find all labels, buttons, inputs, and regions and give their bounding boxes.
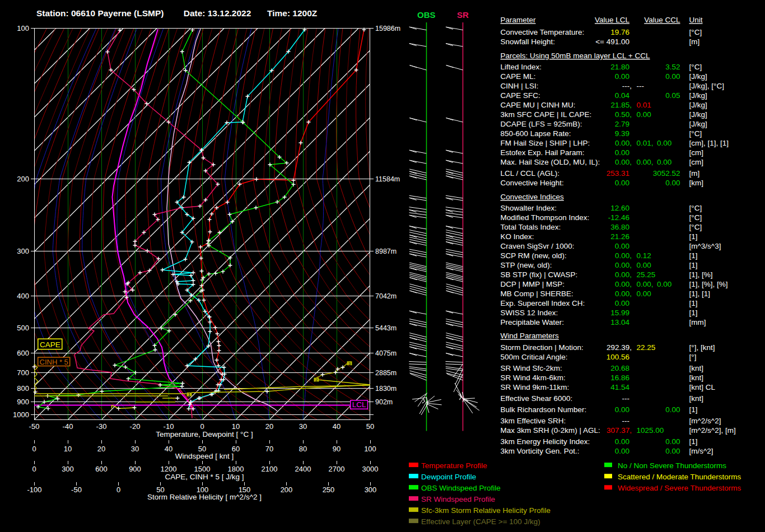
- svg-text:Precipitable Water:: Precipitable Water:: [501, 318, 565, 326]
- svg-text:Storm Relative Helicity [ m^2: Storm Relative Helicity [ m^2/s^2 ]: [147, 493, 262, 501]
- svg-text:11584m: 11584m: [375, 175, 400, 183]
- svg-text:600: 600: [17, 349, 29, 357]
- svg-text:-12.46: -12.46: [608, 213, 629, 222]
- svg-text:0.00: 0.00: [665, 72, 680, 81]
- svg-text:Dewpoint Profile: Dewpoint Profile: [421, 473, 476, 481]
- svg-text:Modified Thompson Index:: Modified Thompson Index:: [501, 213, 590, 222]
- svg-text:900: 900: [129, 465, 141, 473]
- svg-text:[1], [%]: [1], [%]: [689, 270, 713, 279]
- svg-text:MB Comp | SHERBE:: MB Comp | SHERBE:: [501, 290, 573, 298]
- svg-text:5443m: 5443m: [375, 324, 397, 332]
- svg-text:3km Energy Helicity Index:: 3km Energy Helicity Index:: [501, 437, 590, 446]
- svg-text:Widespread / Severe Thundersto: Widespread / Severe Thunderstorms: [618, 484, 741, 492]
- svg-text:300: 300: [17, 247, 29, 255]
- svg-text:2400: 2400: [295, 465, 311, 473]
- svg-text:0.00: 0.00: [615, 447, 629, 455]
- svg-text:Scattered / Moderate Thunderst: Scattered / Moderate Thunderstorms: [618, 473, 741, 481]
- svg-text:0.00: 0.00: [665, 179, 680, 187]
- svg-text:40: 40: [333, 422, 340, 431]
- svg-text:-40: -40: [63, 422, 73, 431]
- svg-text:[°C]: [°C]: [689, 223, 702, 231]
- svg-text:[mm]: [mm]: [689, 318, 706, 326]
- svg-text:0.00,: 0.00,: [615, 270, 632, 279]
- svg-text:1200: 1200: [161, 465, 177, 473]
- svg-text:CAPE, CINH * 5 [ J/kg ]: CAPE, CINH * 5 [ J/kg ]: [165, 473, 244, 481]
- svg-text:500: 500: [17, 324, 29, 332]
- svg-text:200: 200: [17, 175, 29, 183]
- svg-text:100.56: 100.56: [607, 353, 629, 361]
- svg-text:22.25: 22.25: [637, 343, 656, 352]
- svg-text:FM Hail Size | SHIP | LHP:: FM Hail Size | SHIP | LHP:: [501, 139, 590, 147]
- svg-text:0.00: 0.00: [657, 139, 671, 147]
- svg-text:[cm], [1], [1]: [cm], [1], [1]: [689, 139, 729, 147]
- svg-text:253.31: 253.31: [607, 169, 629, 178]
- svg-text:0.01,: 0.01,: [637, 139, 654, 147]
- svg-text:[cm]: [cm]: [689, 158, 704, 166]
- svg-text:36.80: 36.80: [610, 223, 629, 231]
- svg-text:KO Index:: KO Index:: [501, 232, 534, 241]
- svg-text:[km]: [km]: [689, 179, 704, 187]
- svg-text:Estofex Exp. Hail Param:: Estofex Exp. Hail Param:: [501, 148, 585, 157]
- svg-text:307.37,: 307.37,: [607, 426, 632, 435]
- svg-text:OBS Windspeed Profile: OBS Windspeed Profile: [421, 484, 501, 492]
- svg-text:2.79: 2.79: [615, 120, 629, 128]
- svg-text:[1]: [1]: [689, 309, 698, 317]
- svg-text:0.01: 0.01: [637, 101, 651, 109]
- svg-text:10: 10: [64, 445, 72, 453]
- svg-text:[J/kg]: [J/kg]: [689, 110, 707, 119]
- svg-text:Exp. Supercell Index CH:: Exp. Supercell Index CH:: [501, 299, 585, 307]
- svg-text:0.00: 0.00: [615, 179, 629, 187]
- svg-text:DCAPE (LFS = 925mB):: DCAPE (LFS = 925mB):: [501, 120, 582, 128]
- svg-text:902m: 902m: [375, 398, 393, 406]
- svg-text:0.00: 0.00: [615, 437, 629, 446]
- svg-text:2: 2: [315, 377, 318, 382]
- svg-text:CAPE: CAPE: [40, 340, 60, 349]
- svg-text:[°]: [°]: [689, 353, 697, 361]
- svg-text:0.04: 0.04: [615, 91, 630, 100]
- svg-text:0.00: 0.00: [637, 261, 651, 269]
- svg-text:Wind Parameters: Wind Parameters: [501, 332, 559, 340]
- svg-text:LCL / CCL (AGL):: LCL / CCL (AGL):: [501, 169, 560, 178]
- svg-text:3km Vorticity Gen. Pot.:: 3km Vorticity Gen. Pot.:: [501, 447, 580, 455]
- svg-text:SR Windspeed Profile: SR Windspeed Profile: [421, 495, 495, 503]
- svg-text:21.80: 21.80: [610, 63, 629, 71]
- svg-text:---: ---: [622, 394, 630, 403]
- svg-text:Convective Height:: Convective Height:: [501, 179, 564, 187]
- svg-text:500m Critical Angle:: 500m Critical Angle:: [501, 353, 568, 361]
- svg-text:41.54: 41.54: [610, 383, 629, 391]
- svg-text:90: 90: [333, 445, 340, 453]
- svg-text:80: 80: [299, 445, 307, 453]
- svg-text:0.00: 0.00: [637, 110, 651, 119]
- svg-text:25.25: 25.25: [637, 270, 656, 279]
- svg-text:Convective Temperature:: Convective Temperature:: [501, 28, 585, 36]
- svg-text:[m^3/s^3]: [m^3/s^3]: [689, 242, 721, 250]
- svg-text:0.05: 0.05: [665, 91, 680, 100]
- svg-text:50: 50: [366, 422, 374, 431]
- svg-text:[1]: [1]: [689, 405, 698, 414]
- svg-text:Lifted Index:: Lifted Index:: [501, 63, 542, 71]
- svg-text:Windspeed [ knt ]: Windspeed [ knt ]: [175, 452, 234, 460]
- svg-text:30: 30: [131, 445, 139, 453]
- svg-text:12.60: 12.60: [610, 204, 629, 212]
- svg-text:Temperature, Dewpoint [ °C ]: Temperature, Dewpoint [ °C ]: [156, 430, 253, 438]
- svg-text:100: 100: [364, 445, 376, 453]
- svg-text:Temperature Profile: Temperature Profile: [421, 461, 487, 470]
- svg-text:Bulk Richardson Number:: Bulk Richardson Number:: [501, 405, 587, 414]
- svg-text:[J/kg]: [J/kg]: [689, 72, 707, 81]
- svg-text:0.00: 0.00: [657, 280, 671, 288]
- svg-text:Value CCL: Value CCL: [644, 16, 680, 24]
- svg-text:[1]: [1]: [689, 232, 698, 241]
- svg-text:70: 70: [265, 445, 273, 453]
- svg-text:Max. Hail Size (OLD, MU, IL):: Max. Hail Size (OLD, MU, IL):: [501, 158, 600, 166]
- svg-text:0.00: 0.00: [657, 158, 671, 166]
- svg-text:0.00,: 0.00,: [637, 158, 654, 166]
- svg-text:0.00,: 0.00,: [615, 251, 632, 260]
- svg-text:OBS: OBS: [417, 10, 436, 20]
- svg-text:16.86: 16.86: [610, 374, 629, 382]
- svg-text:300: 300: [365, 486, 377, 494]
- svg-text:Station: 06610 Payerne (LSMP): Station: 06610 Payerne (LSMP): [36, 8, 164, 18]
- svg-text:0.12: 0.12: [637, 251, 651, 260]
- svg-text:SR Wind 4km-6km:: SR Wind 4km-6km:: [501, 374, 566, 382]
- svg-text:2885m: 2885m: [375, 369, 397, 377]
- svg-text:[°C]: [°C]: [689, 28, 702, 36]
